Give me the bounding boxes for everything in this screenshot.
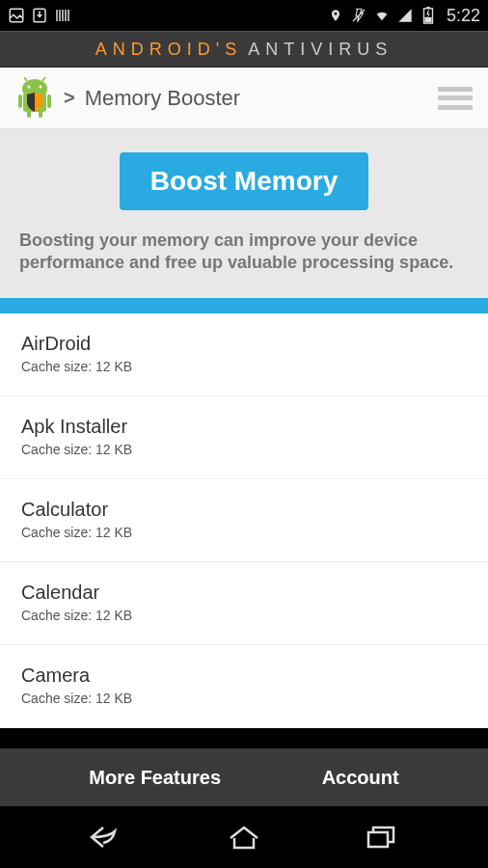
svg-rect-19 bbox=[27, 110, 31, 118]
wifi-icon bbox=[373, 7, 391, 24]
svg-rect-21 bbox=[368, 832, 388, 847]
svg-rect-10 bbox=[424, 17, 431, 22]
app-name: Calendar bbox=[21, 582, 467, 604]
svg-rect-4 bbox=[62, 10, 64, 21]
brand-part1: ANDROID'S bbox=[95, 40, 242, 60]
barcode-icon bbox=[54, 7, 71, 24]
list-item[interactable]: Calculator Cache size: 12 KB bbox=[0, 479, 488, 562]
status-bar: 5:22 bbox=[0, 0, 488, 31]
signal-icon bbox=[396, 7, 414, 24]
page-title: Memory Booster bbox=[85, 86, 240, 111]
android-nav-bar bbox=[0, 806, 488, 868]
divider bbox=[0, 298, 488, 313]
status-right: 5:22 bbox=[327, 6, 480, 26]
battery-icon bbox=[420, 7, 437, 24]
svg-rect-20 bbox=[39, 110, 42, 118]
svg-line-14 bbox=[24, 77, 27, 81]
app-cache: Cache size: 12 KB bbox=[21, 525, 467, 540]
app-name: AirDroid bbox=[21, 333, 467, 355]
app-header: > Memory Booster bbox=[0, 68, 488, 129]
list-item[interactable]: Apk Installer Cache size: 12 KB bbox=[0, 396, 488, 479]
svg-rect-6 bbox=[68, 10, 69, 21]
hero-section: Boost Memory Boosting your memory can im… bbox=[0, 129, 488, 298]
svg-rect-3 bbox=[59, 10, 61, 21]
home-button[interactable] bbox=[225, 822, 263, 853]
svg-point-13 bbox=[40, 85, 42, 88]
list-item[interactable]: AirDroid Cache size: 12 KB bbox=[0, 313, 488, 396]
tab-account[interactable]: Account bbox=[322, 767, 399, 789]
app-name: Calculator bbox=[21, 499, 467, 521]
location-icon bbox=[327, 7, 344, 24]
android-shield-logo[interactable] bbox=[15, 77, 54, 120]
app-cache: Cache size: 12 KB bbox=[21, 359, 467, 374]
boost-memory-button[interactable]: Boost Memory bbox=[120, 152, 368, 210]
tab-more-features[interactable]: More Features bbox=[89, 767, 221, 789]
image-icon bbox=[8, 7, 25, 24]
brand-part2: ANTIVIRUS bbox=[248, 40, 393, 60]
brand-bar: ANDROID'S ANTIVIRUS bbox=[0, 31, 488, 68]
list-item[interactable]: Calendar Cache size: 12 KB bbox=[0, 562, 488, 645]
back-button[interactable] bbox=[88, 822, 126, 853]
download-icon bbox=[31, 7, 48, 24]
vibrate-icon bbox=[350, 7, 367, 24]
list-item[interactable]: Camera Cache size: 12 KB bbox=[0, 645, 488, 728]
svg-line-15 bbox=[42, 77, 45, 81]
app-name: Apk Installer bbox=[21, 416, 467, 438]
status-time: 5:22 bbox=[447, 6, 480, 26]
menu-icon[interactable] bbox=[438, 87, 473, 110]
svg-point-12 bbox=[28, 85, 31, 88]
bottom-tabs: More Features Account bbox=[0, 748, 488, 806]
svg-rect-18 bbox=[47, 95, 51, 108]
app-cache: Cache size: 12 KB bbox=[21, 608, 467, 623]
svg-rect-2 bbox=[56, 10, 58, 21]
app-name: Camera bbox=[21, 665, 467, 687]
status-left bbox=[8, 7, 71, 24]
svg-rect-5 bbox=[65, 10, 67, 21]
hero-description: Boosting your memory can improve your de… bbox=[19, 230, 469, 275]
app-cache: Cache size: 12 KB bbox=[21, 442, 467, 457]
svg-rect-17 bbox=[18, 95, 22, 108]
app-list: AirDroid Cache size: 12 KB Apk Installer… bbox=[0, 313, 488, 728]
app-cache: Cache size: 12 KB bbox=[21, 691, 467, 706]
breadcrumb-separator: > bbox=[64, 87, 75, 109]
svg-rect-9 bbox=[426, 7, 430, 9]
recent-apps-button[interactable] bbox=[362, 822, 400, 853]
